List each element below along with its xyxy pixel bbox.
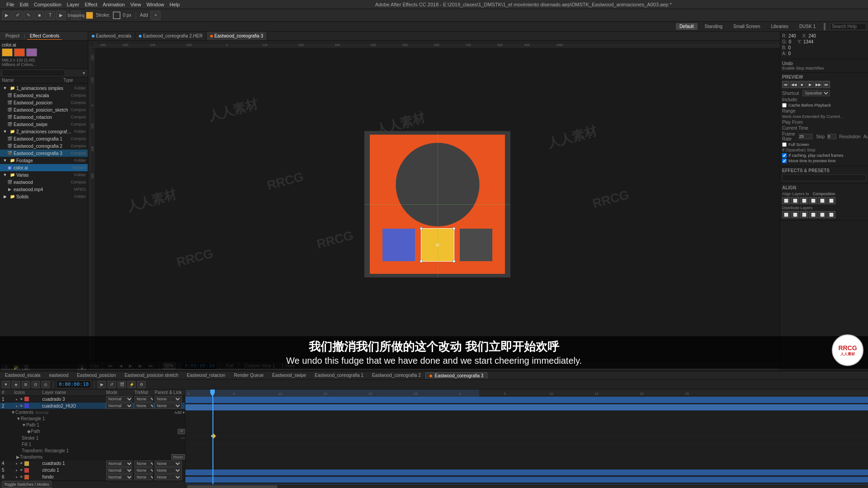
workspace-libraries[interactable]: Libraries <box>768 23 792 30</box>
move-time-check[interactable] <box>782 159 787 163</box>
tree-swipe[interactable]: 🎬 Eastwood_swipe Compos <box>0 121 88 128</box>
tbk-select-1[interactable]: None <box>134 396 153 402</box>
tl-settings-btn[interactable]: ⚙ <box>137 381 146 388</box>
workspace-standing[interactable]: Standing <box>701 23 726 30</box>
tl-collapse-btn[interactable]: ⊞ <box>22 381 30 388</box>
dist-left-btn[interactable]: ⬜ <box>782 211 790 218</box>
menu-composition[interactable]: Composition <box>31 2 64 7</box>
effects-search[interactable] <box>782 174 866 181</box>
menu-effect[interactable]: Effect <box>82 2 100 7</box>
preview-first-btn[interactable]: ⏮ <box>782 81 789 88</box>
expand-path1-arrow[interactable]: ▼ <box>22 422 26 427</box>
undo-label[interactable]: Undo <box>782 61 866 66</box>
toolbar-text[interactable]: T <box>45 11 55 20</box>
tree-rotacion[interactable]: 🎬 Eastwood_rotacion Compos <box>0 113 88 121</box>
tbk-select-5[interactable]: None <box>134 467 153 474</box>
mode-select-5[interactable]: Normal <box>106 467 132 474</box>
align-left-btn[interactable]: ⬜ <box>782 197 790 204</box>
toolbar-snap[interactable]: Snapping <box>71 11 81 20</box>
solo-icon-4[interactable]: ● <box>14 461 19 466</box>
dist-bottom-btn[interactable]: ⬜ <box>827 211 835 218</box>
align-bottom-btn[interactable]: ⬜ <box>827 197 835 204</box>
tl-tab-coreo3[interactable]: Eastwood_coreografia 3 <box>425 372 488 379</box>
add-contents-btn[interactable]: Add ▾ <box>174 410 185 415</box>
menu-edit[interactable]: Edit <box>17 2 31 7</box>
eye-icon-1[interactable]: 👁 <box>19 397 24 401</box>
tree-folder-2animaciones[interactable]: ▼ 📁 2_animaciones coreografias Folder <box>0 128 88 135</box>
tl-play-btn[interactable]: ▶ <box>98 381 106 388</box>
mode-select-4[interactable]: Normal <box>106 460 132 467</box>
comp-tab-coreo3[interactable]: Eastwood_coreografia 3 <box>207 32 267 41</box>
dist-center-h-btn[interactable]: ⬜ <box>791 211 799 218</box>
tl-tab-posicion[interactable]: Eastwood_posicion <box>73 372 120 379</box>
preview-stop-btn[interactable]: ■ <box>798 81 806 88</box>
tree-folder-solids[interactable]: ▶ 📁 Solids Folder <box>0 193 88 200</box>
mode-select-2[interactable]: Normal <box>106 403 132 409</box>
align-center-v-btn[interactable]: ⬜ <box>818 197 826 204</box>
layer-row-6[interactable]: 6 ● 👁 fondo Normal None None <box>0 474 185 481</box>
timeline-time-display[interactable]: 0:00:00:10 <box>57 380 91 388</box>
menu-animation[interactable]: Animation <box>100 2 127 7</box>
solo-icon-2[interactable]: ● <box>14 404 19 408</box>
dist-top-btn[interactable]: ⬜ <box>809 211 817 218</box>
tl-toggle-switches[interactable]: Toggle Switches / Modes <box>2 481 52 488</box>
tl-loop-btn[interactable]: ↺ <box>108 381 116 388</box>
project-search-input[interactable] <box>2 70 65 76</box>
tree-folder-varias[interactable]: ▼ 📁 Varias Folder <box>0 171 88 178</box>
parent-select-5[interactable]: None <box>155 467 182 474</box>
transforms-reset-btn[interactable]: Reset <box>171 454 185 460</box>
tree-coreo1[interactable]: 🎬 Eastwood_coreografia 1 Compos <box>0 135 88 142</box>
caching-check[interactable] <box>782 153 787 158</box>
menu-help[interactable]: Help <box>167 2 183 7</box>
tl-tab-coreo1[interactable]: Eastwood_coreografia 1 <box>311 372 368 379</box>
fill-color-swatch[interactable] <box>86 12 93 19</box>
layer-name-2-input[interactable]: cuadrado2_HIJO <box>41 403 104 409</box>
color-swatch-1[interactable] <box>2 48 13 56</box>
tl-tab-render-queue[interactable]: Render Queue <box>230 372 268 379</box>
mode-select-1[interactable]: Normal <box>106 396 132 402</box>
layer-row-4[interactable]: 4 ● 👁 cuadrado 1 Normal None None <box>0 460 185 467</box>
toolbar-select[interactable]: ▶ <box>2 11 12 20</box>
eye-icon-2[interactable]: 👁 <box>19 404 24 408</box>
workspace-default[interactable]: Default <box>676 23 698 30</box>
skip-input[interactable] <box>827 134 836 139</box>
tree-posicion-sketch[interactable]: 🎬 Eastwood_posicion_sketch Compos <box>0 106 88 113</box>
tree-coreo2[interactable]: 🎬 Eastwood_coreografia 2 Compos <box>0 142 88 150</box>
stroke-swatch[interactable] <box>113 12 120 19</box>
align-top-btn[interactable]: ⬜ <box>809 197 817 204</box>
tl-shy-btn[interactable]: ◈ <box>12 381 20 388</box>
tbk-select-4[interactable]: None <box>134 460 153 467</box>
align-right-btn[interactable]: ⬜ <box>800 197 808 204</box>
tl-tab-coreo2[interactable]: Eastwood_coreografia 2 <box>368 372 425 379</box>
workspace-dusk1[interactable]: DUSK 1 <box>796 23 819 30</box>
eye-icon-6[interactable]: 👁 <box>19 475 24 479</box>
tab-effect-controls[interactable]: Effect Controls <box>27 33 62 40</box>
frame-rate-input[interactable] <box>799 134 812 139</box>
preview-prev-btn[interactable]: ◀◀ <box>790 81 797 88</box>
tl-frame-blend-btn[interactable]: ⊟ <box>32 381 40 388</box>
tree-folder-footage[interactable]: ▼ 📁 Footage Folder <box>0 157 88 164</box>
menu-file[interactable]: File <box>4 2 17 7</box>
cache-before-playback-check[interactable] <box>782 103 787 108</box>
eye-icon-4[interactable]: 👁 <box>19 461 24 466</box>
dist-center-v-btn[interactable]: ⬜ <box>818 211 826 218</box>
comp-yellow-square[interactable] <box>421 229 454 261</box>
tl-tab-escala[interactable]: Eastwood_escala <box>1 372 44 379</box>
project-sort-btn[interactable]: ▼ <box>82 71 86 75</box>
tl-scrollbar[interactable] <box>185 484 868 488</box>
mode-select-6[interactable]: Normal <box>106 474 132 480</box>
solo-icon-5[interactable]: ● <box>14 468 19 473</box>
parent-select-2[interactable]: None <box>155 403 182 409</box>
scrollbar-thumb[interactable] <box>187 485 278 488</box>
menu-view[interactable]: View <box>127 2 144 7</box>
preview-next-btn[interactable]: ▶▶ <box>815 81 822 88</box>
tree-posicion[interactable]: 🎬 Eastwood_posicion Compos <box>0 99 88 106</box>
tl-hide-btn[interactable]: ▼ <box>2 381 10 388</box>
tl-draft-btn[interactable]: ⚡ <box>127 381 136 388</box>
preview-last-btn[interactable]: ⏭ <box>823 81 830 88</box>
tree-eastwood-mp4[interactable]: ▶ eastwood.mp4 MPEG <box>0 186 88 193</box>
menu-window[interactable]: Window <box>144 2 167 7</box>
expand-transforms-arrow[interactable]: ▶ <box>16 455 20 460</box>
tl-tab-eastwood[interactable]: eastwood <box>45 372 72 379</box>
solo-icon-6[interactable]: ● <box>14 475 19 479</box>
